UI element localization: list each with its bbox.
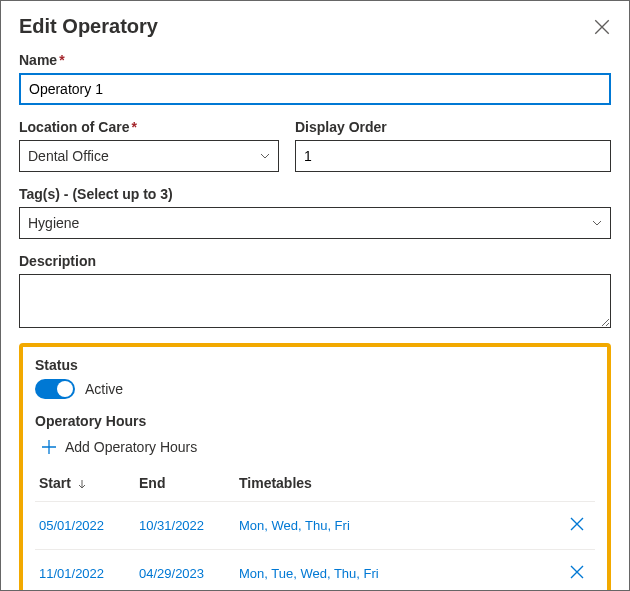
status-text: Active [85,381,123,397]
add-operatory-hours-label: Add Operatory Hours [65,439,197,455]
status-toggle[interactable] [35,379,75,399]
location-value: Dental Office [28,148,109,164]
plus-icon [41,439,57,455]
add-operatory-hours-button[interactable]: Add Operatory Hours [41,439,595,455]
delete-row-icon[interactable] [569,516,585,532]
hours-start-link[interactable]: 11/01/2022 [35,550,135,592]
description-textarea[interactable] [19,274,611,328]
table-row: 11/01/2022 04/29/2023 Mon, Tue, Wed, Thu… [35,550,595,592]
hours-timetables-link[interactable]: Mon, Tue, Wed, Thu, Fri [235,550,551,592]
status-hours-section: Status Active Operatory Hours Add Operat… [19,343,611,591]
delete-row-icon[interactable] [569,564,585,580]
name-input[interactable] [19,73,611,105]
close-icon[interactable] [593,18,611,36]
tags-select[interactable]: Hygiene [19,207,611,239]
hours-start-link[interactable]: 05/01/2022 [35,502,135,550]
name-label-text: Name [19,52,57,68]
col-header-timetables[interactable]: Timetables [235,469,551,502]
col-header-end[interactable]: End [135,469,235,502]
sort-down-icon [77,479,87,489]
location-label: Location of Care* [19,119,279,135]
dialog-header: Edit Operatory [19,15,611,38]
operatory-hours-heading: Operatory Hours [35,413,595,429]
location-label-text: Location of Care [19,119,129,135]
hours-end-link[interactable]: 10/31/2022 [135,502,235,550]
hours-timetables-link[interactable]: Mon, Wed, Thu, Fri [235,502,551,550]
edit-operatory-dialog: Edit Operatory Name* Location of Care* D… [0,0,630,591]
status-label: Status [35,357,595,373]
required-mark: * [59,52,64,68]
description-label: Description [19,253,611,269]
tags-label: Tag(s) - (Select up to 3) [19,186,611,202]
display-order-input[interactable] [295,140,611,172]
tags-value: Hygiene [28,215,79,231]
col-header-start[interactable]: Start [35,469,135,502]
dialog-title: Edit Operatory [19,15,158,38]
display-order-label: Display Order [295,119,611,135]
location-select[interactable]: Dental Office [19,140,279,172]
hours-end-link[interactable]: 04/29/2023 [135,550,235,592]
table-row: 05/01/2022 10/31/2022 Mon, Wed, Thu, Fri [35,502,595,550]
name-label: Name* [19,52,611,68]
required-mark: * [131,119,136,135]
operatory-hours-table: Start End Timetables 05/01/2022 10/31/20… [35,469,595,591]
